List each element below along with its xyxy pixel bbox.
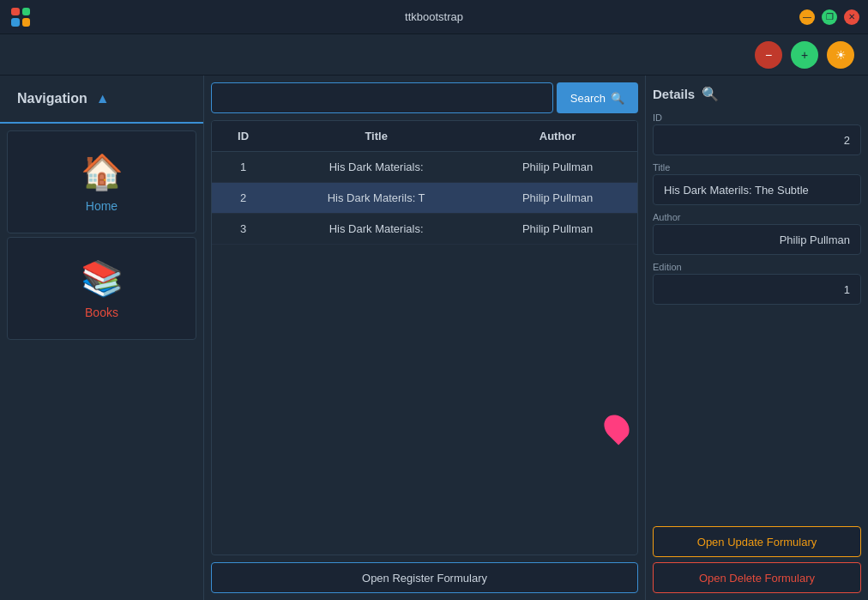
table-row[interactable]: 1 His Dark Materials: Philip Pullman	[212, 152, 637, 183]
cell-author: Philip Pullman	[478, 152, 637, 183]
search-input[interactable]	[211, 82, 553, 113]
titlebar: ttkbootstrap — ❐ ✕	[0, 0, 868, 34]
details-panel: Details 🔍 ID 2 Title His Dark Materils: …	[645, 76, 868, 600]
content-area: Search 🔍 ID Title Author 1 His Dark Mate…	[204, 76, 645, 600]
minus-button[interactable]: −	[755, 41, 782, 69]
col-author: Author	[478, 121, 637, 152]
home-icon: 🏠	[81, 152, 124, 192]
search-bar: Search 🔍	[211, 82, 638, 113]
search-label: Search	[570, 92, 606, 105]
app-logo	[9, 5, 33, 29]
cell-title: His Dark Materials:	[274, 152, 478, 183]
detail-title-value: His Dark Materils: The Subtle	[653, 174, 861, 205]
cell-author: Philip Pullman	[478, 214, 637, 245]
sidebar-item-books[interactable]: 📚 Books	[7, 237, 196, 340]
sidebar: Navigation ▲ 🏠 Home 📚 Books	[0, 76, 204, 600]
close-button[interactable]: ✕	[844, 9, 859, 25]
cell-author: Philip Pullman	[478, 183, 637, 214]
table-row[interactable]: 3 His Dark Materials: Philip Pullman	[212, 214, 637, 245]
col-id: ID	[212, 121, 274, 152]
cell-title: His Dark Materials:	[274, 214, 478, 245]
sidebar-nav: 🏠 Home 📚 Books	[0, 124, 203, 600]
details-actions: Open Update Formulary Open Delete Formul…	[653, 526, 861, 593]
detail-edition-value: 1	[653, 274, 861, 305]
books-icon: 📚	[81, 258, 124, 299]
cell-id: 1	[212, 152, 274, 183]
detail-id-value: 2	[653, 124, 861, 155]
cell-id: 2	[212, 183, 274, 214]
register-button[interactable]: Open Register Formulary	[211, 562, 638, 593]
detail-author-value: Philip Pullman	[653, 224, 861, 255]
home-label: Home	[86, 199, 118, 213]
detail-edition-field: Edition 1	[653, 262, 861, 305]
cell-title: His Dark Materils: T	[274, 183, 478, 214]
detail-id-field: ID 2	[653, 112, 861, 155]
logo-icon	[9, 5, 33, 29]
main-layout: Navigation ▲ 🏠 Home 📚 Books Search 🔍	[0, 76, 868, 600]
app-title: ttkbootstrap	[405, 10, 463, 23]
details-title: Details	[653, 87, 695, 101]
details-search-icon: 🔍	[702, 86, 719, 102]
update-button[interactable]: Open Update Formulary	[653, 526, 861, 557]
plus-button[interactable]: +	[791, 41, 818, 69]
nav-arrow-icon: ▲	[96, 91, 110, 106]
window-controls: — ❐ ✕	[799, 9, 859, 25]
sidebar-title: Navigation	[17, 91, 87, 106]
table-row[interactable]: 2 His Dark Materils: T Philip Pullman	[212, 183, 637, 214]
detail-author-label: Author	[653, 212, 861, 222]
delete-button[interactable]: Open Delete Formulary	[653, 562, 861, 593]
details-header: Details 🔍	[653, 82, 861, 106]
books-table: ID Title Author 1 His Dark Materials: Ph…	[211, 120, 638, 555]
detail-title-field: Title His Dark Materils: The Subtle	[653, 162, 861, 205]
books-label: Books	[85, 306, 118, 319]
theme-button[interactable]: ☀	[827, 41, 854, 69]
col-title: Title	[274, 121, 478, 152]
detail-id-label: ID	[653, 112, 861, 123]
table-header-row: ID Title Author	[212, 121, 637, 152]
sidebar-header: Navigation ▲	[0, 76, 203, 124]
minimize-button[interactable]: —	[799, 9, 815, 25]
cell-id: 3	[212, 214, 274, 245]
search-icon: 🔍	[611, 92, 624, 105]
detail-title-label: Title	[653, 162, 861, 173]
sidebar-item-home[interactable]: 🏠 Home	[7, 130, 196, 233]
detail-author-field: Author Philip Pullman	[653, 212, 861, 255]
toolbar: − + ☀	[0, 34, 868, 76]
maximize-button[interactable]: ❐	[822, 9, 837, 25]
search-button[interactable]: Search 🔍	[557, 82, 638, 113]
detail-edition-label: Edition	[653, 262, 861, 272]
